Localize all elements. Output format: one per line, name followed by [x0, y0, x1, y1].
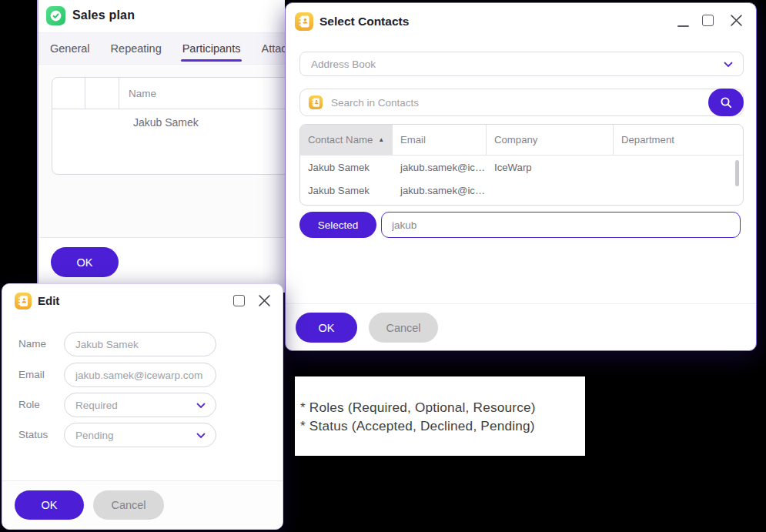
status-value: Pending — [75, 430, 114, 441]
ok-button[interactable]: OK — [15, 490, 84, 520]
select-contacts-dialog: Select Contacts Address Book Contact Nam… — [285, 2, 757, 351]
participants-table: Name Jakub Samek — [52, 77, 285, 175]
search-icon — [720, 96, 733, 109]
close-icon[interactable] — [729, 13, 744, 28]
participants-panel: Name Jakub Samek Add Edit Remove — [40, 65, 285, 237]
sales-ok-button[interactable]: OK — [51, 247, 119, 277]
maximize-icon[interactable] — [233, 295, 245, 306]
contact-name-cell: Jakub Samek — [300, 185, 393, 196]
tab-general[interactable]: General — [50, 33, 90, 64]
role-value: Required — [75, 400, 118, 411]
name-row: Name — [2, 332, 283, 356]
chevron-down-icon — [196, 403, 206, 409]
sales-plan-titlebar: Sales plan — [38, 0, 285, 32]
select-contacts-titlebar: Select Contacts — [286, 3, 756, 42]
chevron-down-icon — [196, 433, 206, 439]
search-button[interactable] — [708, 89, 744, 116]
chevron-down-icon — [724, 62, 733, 68]
selected-contacts-input[interactable] — [381, 212, 741, 238]
ok-button[interactable]: OK — [296, 313, 357, 343]
roles-legend: * Roles (Required, Optional, Resource) — [300, 399, 585, 417]
address-book-icon — [295, 12, 313, 31]
tab-repeating[interactable]: Repeating — [111, 33, 162, 64]
participant-row[interactable]: Jakub Samek — [52, 109, 285, 136]
sales-plan-window: Sales plan General Repeating Participant… — [37, 0, 285, 293]
column-header-department[interactable]: Department — [614, 125, 743, 155]
address-book-icon — [15, 293, 32, 309]
column-header-contact-name[interactable]: Contact Name ▲ — [300, 125, 393, 155]
status-legend: * Status (Accepted, Declined, Pending) — [300, 417, 585, 436]
role-row: Role Required — [2, 393, 283, 417]
role-select[interactable]: Required — [64, 393, 216, 417]
tab-bar: General Repeating Participants Attachmen… — [38, 32, 285, 65]
participants-col-blank2 — [85, 78, 119, 109]
contact-company-cell: IceWarp — [487, 162, 614, 173]
contact-row[interactable]: Jakub Samek jakub.samek@ic… IceWarp — [300, 156, 743, 179]
email-row: Email — [2, 363, 283, 387]
tab-attachments[interactable]: Attachments — [261, 33, 285, 64]
email-label: Email — [18, 369, 45, 380]
edit-titlebar: Edit — [2, 284, 283, 320]
status-row: Status Pending — [2, 423, 283, 447]
participants-col-name[interactable]: Name — [119, 78, 285, 109]
address-book-mini-icon — [309, 95, 323, 109]
name-label: Name — [18, 338, 46, 350]
contact-email-cell: jakub.samek@ic… — [393, 185, 487, 196]
window-title: Sales plan — [72, 8, 135, 22]
edit-footer: OK Cancel — [2, 480, 283, 529]
address-book-select[interactable]: Address Book — [299, 52, 744, 76]
sort-ascending-icon: ▲ — [378, 136, 384, 143]
contact-search-row — [299, 89, 744, 116]
maximize-icon[interactable] — [702, 15, 714, 26]
status-select[interactable]: Pending — [64, 423, 216, 447]
name-field[interactable] — [64, 332, 216, 356]
status-label: Status — [18, 429, 48, 440]
participants-col-blank1 — [52, 78, 85, 109]
event-check-icon — [46, 6, 65, 25]
role-label: Role — [18, 399, 40, 410]
column-header-email[interactable]: Email — [393, 125, 487, 155]
cancel-button[interactable]: Cancel — [369, 313, 438, 343]
contact-row[interactable]: Jakub Samek jakub.samek@ic… — [300, 179, 743, 202]
table-scrollbar-thumb[interactable] — [735, 160, 739, 186]
contacts-table: Contact Name ▲ Email Company Department … — [299, 124, 744, 206]
tab-participants[interactable]: Participants — [182, 33, 241, 64]
cancel-button[interactable]: Cancel — [93, 490, 164, 520]
selected-button[interactable]: Selected — [299, 212, 376, 238]
dialog-title: Edit — [38, 294, 59, 307]
dialog-title: Select Contacts — [319, 15, 409, 28]
close-icon[interactable] — [257, 293, 272, 308]
column-header-company[interactable]: Company — [487, 125, 614, 155]
contacts-table-header: Contact Name ▲ Email Company Department — [300, 125, 743, 156]
selected-row: Selected — [299, 212, 744, 238]
contact-name-cell: Jakub Samek — [300, 162, 393, 173]
email-field[interactable] — [64, 363, 216, 387]
contact-email-cell: jakub.samek@ic… — [393, 162, 487, 173]
edit-dialog: Edit Name Email Role Required Status Pen… — [2, 283, 283, 530]
participants-table-header: Name — [52, 78, 285, 109]
minimize-icon[interactable] — [677, 25, 689, 27]
address-book-value: Address Book — [311, 59, 376, 70]
legend-box: * Roles (Required, Optional, Resource) *… — [295, 376, 585, 456]
select-contacts-footer: OK Cancel — [286, 303, 756, 350]
search-input[interactable] — [299, 89, 744, 116]
